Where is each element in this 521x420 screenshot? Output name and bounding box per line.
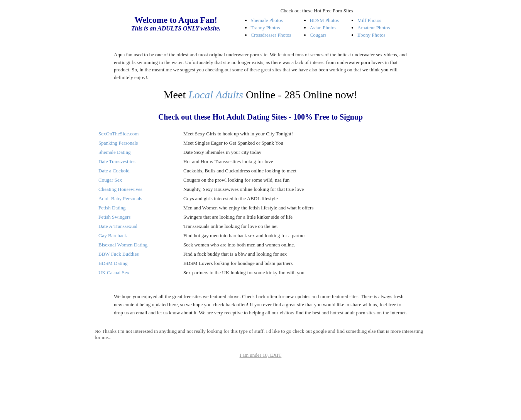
no-thanks-text: No Thanks I'm not interested in anything… [95, 328, 426, 341]
hot-site-link-milf-photos[interactable]: Milf Photos [357, 17, 381, 23]
table-row: Adult Baby PersonalsGuys and girls inter… [95, 194, 426, 203]
hot-site-link-asian-photos[interactable]: Asian Photos [310, 25, 337, 30]
hot-site-link-cougars[interactable]: Cougars [310, 32, 326, 38]
hot-sites-title: Check out these Hot Free Porn Sites [244, 8, 390, 14]
table-row: BDSM DatingBDSM Lovers looking for bonda… [95, 259, 426, 268]
table-row: Fetish SwingersSwingers that are looking… [95, 213, 426, 222]
table-row: Date a CuckoldCuckolds, Bulls and Cuckol… [95, 166, 426, 175]
dating-link-fetish-swingers[interactable]: Fetish Swingers [98, 214, 130, 220]
dating-link-spanking-personals[interactable]: Spanking Personals [98, 140, 138, 146]
dating-description: Hot and Horny Transvestites lookng for l… [179, 157, 426, 166]
dating-link-cheating-housewives[interactable]: Cheating Housewives [98, 186, 142, 192]
dating-description: BDSM Lovers looking for bondage and bdsm… [179, 259, 426, 268]
welcome-title: Welcome to Aqua Fan! [131, 15, 221, 25]
table-row: UK Casual SexSex partners in the UK look… [95, 268, 426, 277]
hot-site-link-tranny-photos[interactable]: Tranny Photos [251, 25, 280, 30]
hot-sites-block: Check out these Hot Free Porn Sites Shem… [244, 8, 390, 39]
dating-description: Cougars on the prowl looking for some wi… [179, 175, 426, 185]
meet-local-link[interactable]: Local Adults [188, 89, 243, 101]
no-thanks: No Thanks I'm not interested in anything… [87, 328, 434, 341]
intro-text: Aqua fan used to be one of the oldest an… [106, 51, 415, 81]
dating-description: Seek women who are into both men and wom… [179, 240, 426, 250]
dating-link-cougar-sex[interactable]: Cougar Sex [98, 177, 122, 183]
hot-site-link-crossdresser-photos[interactable]: Crossdresser Photos [251, 32, 291, 38]
meet-local-prefix: Meet [164, 89, 189, 101]
dating-description: Meet Singles Eager to Get Spanked or Spa… [179, 138, 426, 148]
exit-link[interactable]: I am under 18, EXIT [240, 352, 282, 358]
exit-link-section[interactable]: I am under 18, EXIT [0, 352, 521, 358]
table-row: Fetish DatingMen and Women who enjoy the… [95, 203, 426, 213]
dating-link-fetish-dating[interactable]: Fetish Dating [98, 205, 125, 211]
hot-site-link-shemale-photos[interactable]: Shemale Photos [251, 17, 283, 23]
hot-sites-col2: BDSM PhotosAsian PhotosCougars [303, 16, 339, 39]
intro-paragraph: Aqua fan used to be one of the oldest an… [114, 51, 407, 81]
dating-description: Naughty, Sexy Housewives online looking … [179, 185, 426, 194]
table-row: Bisexual Women DatingSeek women who are … [95, 240, 426, 250]
table-row: Date TransvestitesHot and Horny Transves… [95, 157, 426, 166]
hot-sites-links: Shemale PhotosTranny PhotosCrossdresser … [244, 16, 390, 39]
dating-description: Date Sexy Shemales in your city today [179, 148, 426, 157]
dating-link-bbw-fuck-buddies[interactable]: BBW Fuck Buddies [98, 251, 139, 257]
dating-link-date-a-transsexual[interactable]: Date A Transsexual [98, 223, 137, 229]
table-row: Spanking PersonalsMeet Singles Eager to … [95, 138, 426, 148]
meet-local-suffix: Online - 285 Online now! [243, 89, 357, 101]
dating-description: Find hot gay men into bareback sex and l… [179, 231, 426, 240]
dating-description: Find a fuck buddy that is a bbw and look… [179, 250, 426, 259]
hot-sites-col3: Milf PhotosAmateur PhotosEbony Photos [350, 16, 390, 39]
dating-description: Sex partners in the UK looking for some … [179, 268, 426, 277]
dating-table: SexOnTheSide.comMeet Sexy Girls to hook … [95, 129, 426, 277]
dating-link-bisexual-women-dating[interactable]: Bisexual Women Dating [98, 242, 147, 248]
table-row: Date A TranssexualTranssexuals online lo… [95, 222, 426, 231]
dating-description: Cuckolds, Bulls and Cuckoldress online l… [179, 166, 426, 175]
dating-link-gay-bareback[interactable]: Gay Bareback [98, 233, 127, 238]
dating-description: Men and Women who enjoy the fetish lifes… [179, 203, 426, 213]
table-row: Shemale DatingDate Sexy Shemales in your… [95, 148, 426, 157]
dating-link-sexontheside.com[interactable]: SexOnTheSide.com [98, 131, 139, 137]
meet-local-section: Meet Local Adults Online - 285 Online no… [0, 89, 521, 101]
dating-description: Meet Sexy Girls to hook up with in your … [179, 129, 426, 138]
welcome-subtitle: This is an ADULTS ONLY website. [131, 25, 221, 32]
dating-link-uk-casual-sex[interactable]: UK Casual Sex [98, 270, 129, 275]
table-row: Cougar SexCougars on the prowl looking f… [95, 175, 426, 185]
dating-link-adult-baby-personals[interactable]: Adult Baby Personals [98, 196, 142, 201]
dating-link-date-a-cuckold[interactable]: Date a Cuckold [98, 168, 130, 174]
dating-link-bdsm-dating[interactable]: BDSM Dating [98, 260, 127, 266]
dating-section: Check out these Hot Adult Dating Sites -… [87, 109, 434, 281]
dating-link-date-transvestites[interactable]: Date Transvestites [98, 159, 135, 164]
welcome-subtitle-suffix: website. [199, 25, 221, 32]
table-row: Cheating HousewivesNaughty, Sexy Housewi… [95, 185, 426, 194]
dating-description: Guys and girls interested to the ABDL li… [179, 194, 426, 203]
table-row: SexOnTheSide.comMeet Sexy Girls to hook … [95, 129, 426, 138]
dating-link-shemale-dating[interactable]: Shemale Dating [98, 149, 130, 155]
dating-description: Swingers that are looking for a little k… [179, 213, 426, 222]
welcome-subtitle-prefix: This is an [131, 25, 157, 32]
table-row: Gay BarebackFind hot gay men into bareba… [95, 231, 426, 240]
dating-heading: Check out these Hot Adult Dating Sites -… [95, 113, 426, 121]
table-row: BBW Fuck BuddiesFind a fuck buddy that i… [95, 250, 426, 259]
welcome-subtitle-bold: ADULTS ONLY [157, 25, 199, 32]
welcome-block: Welcome to Aqua Fan! This is an ADULTS O… [131, 15, 221, 32]
hot-sites-col1: Shemale PhotosTranny PhotosCrossdresser … [244, 16, 291, 39]
dating-description: Transsexuals online looking for love on … [179, 222, 426, 231]
hot-site-link-ebony-photos[interactable]: Ebony Photos [357, 32, 386, 38]
hot-site-link-amateur-photos[interactable]: Amateur Photos [357, 25, 390, 30]
hot-site-link-bdsm-photos[interactable]: BDSM Photos [310, 17, 339, 23]
footer-text: We hope you enjoyed all the great free s… [106, 293, 415, 317]
footer-paragraph: We hope you enjoyed all the great free s… [114, 293, 407, 317]
